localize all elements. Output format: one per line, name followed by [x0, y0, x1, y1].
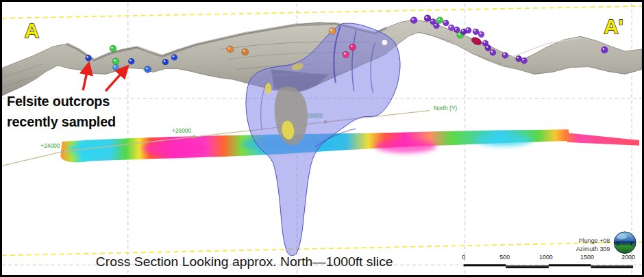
- collar-point-highlight: [114, 66, 116, 68]
- collar-point[interactable]: [242, 49, 249, 55]
- collar-point-highlight: [474, 30, 476, 32]
- collar-point[interactable]: [128, 58, 134, 64]
- collar-point-highlight: [330, 29, 332, 31]
- azimuth-label: Azimuth 309: [576, 246, 610, 252]
- collar-point[interactable]: [382, 40, 388, 46]
- scalebar-label: 1000: [539, 254, 553, 261]
- collar-point[interactable]: [502, 52, 508, 58]
- collar-point-highlight: [129, 60, 132, 62]
- collar-point[interactable]: [521, 57, 528, 64]
- collar-point-highlight: [504, 53, 506, 55]
- annotation-line2: recently sampled: [7, 114, 116, 129]
- collar-point-highlight: [228, 47, 230, 49]
- globe-south-letter: S: [615, 240, 619, 247]
- collar-point-highlight: [522, 59, 524, 61]
- collar-point[interactable]: [171, 54, 177, 60]
- collar-point-highlight: [480, 33, 482, 35]
- collar-point-highlight: [243, 50, 245, 52]
- collar-point-highlight: [491, 51, 493, 53]
- view-orientation: Plunge +08 Azimuth 309 S E: [576, 232, 636, 254]
- collar-point[interactable]: [516, 55, 522, 62]
- collar-point-highlight: [383, 40, 385, 42]
- scalebar-labels: 0500100015002000: [462, 254, 635, 261]
- collar-point-highlight: [486, 46, 488, 48]
- collar-point-highlight: [462, 30, 464, 32]
- yellow-lithology-blob: [265, 83, 272, 94]
- grade-shell-slice: [60, 129, 639, 162]
- slice-coldspot: [68, 142, 117, 156]
- scalebar-label: 1500: [580, 254, 594, 261]
- collar-point-highlight: [484, 41, 486, 43]
- collar-point[interactable]: [112, 58, 119, 65]
- collar-point-highlight: [425, 16, 428, 18]
- caption: Cross Section Looking approx. North—1000…: [96, 254, 393, 269]
- collar-point[interactable]: [329, 27, 336, 34]
- collar-point-highlight: [458, 34, 460, 36]
- axis-tick-label: +26000: [172, 127, 192, 134]
- collar-point-highlight: [412, 18, 414, 21]
- scalebar-segment: [591, 266, 633, 268]
- scale-bar: 0500100015002000: [462, 254, 635, 268]
- globe-east-letter: E: [630, 240, 634, 247]
- collar-point[interactable]: [110, 45, 116, 52]
- collar-point[interactable]: [465, 27, 471, 34]
- collar-point[interactable]: [473, 29, 479, 35]
- collar-point-highlight: [351, 45, 353, 47]
- slice-thin-tail: [567, 133, 639, 146]
- collar-point-highlight: [467, 29, 469, 31]
- collar-point[interactable]: [433, 23, 439, 29]
- scalebar-label: 0: [462, 254, 465, 261]
- collar-point[interactable]: [162, 59, 169, 65]
- scene-canvas: +24000+26000+28000 North (Y) Felsite out…: [2, 2, 642, 275]
- scalebar-segment: [549, 264, 591, 266]
- cross-section-viewport: +24000+26000+28000 North (Y) Felsite out…: [0, 0, 644, 277]
- axis-north-label: North (Y): [434, 105, 457, 111]
- collar-point-highlight: [438, 18, 440, 21]
- collar-point[interactable]: [410, 17, 417, 24]
- collar-point-highlight: [87, 56, 89, 58]
- grid-yellow-top: [2, 6, 642, 18]
- collar-point-highlight: [434, 24, 436, 26]
- scalebar-segment: [506, 266, 549, 268]
- section-label-a-prime: A': [604, 15, 623, 38]
- collar-point-highlight: [344, 53, 346, 55]
- slice-hotspot: [375, 140, 436, 153]
- slice-coldspot: [475, 134, 532, 146]
- collar-point-highlight: [603, 48, 605, 50]
- section-label-a: A: [25, 19, 40, 42]
- collar-point[interactable]: [349, 44, 356, 51]
- collar-point-highlight: [444, 21, 446, 23]
- orientation-globe-icon[interactable]: S E: [614, 232, 636, 254]
- collar-point-highlight: [164, 60, 166, 62]
- collar-point-highlight: [146, 68, 148, 70]
- collar-point[interactable]: [227, 46, 234, 53]
- collar-point-highlight: [431, 20, 433, 22]
- collar-point[interactable]: [490, 49, 496, 55]
- collar-point[interactable]: [112, 64, 119, 70]
- collar-point-highlight: [455, 28, 457, 30]
- slice-hotspot: [143, 140, 208, 157]
- collar-point[interactable]: [145, 66, 151, 73]
- collar-point-highlight: [111, 47, 113, 49]
- collar-point[interactable]: [343, 51, 349, 58]
- collar-point-highlight: [517, 57, 519, 59]
- scalebar-segment: [464, 264, 506, 266]
- plunge-label: Plunge +08: [579, 237, 610, 244]
- collar-point[interactable]: [443, 20, 449, 26]
- collar-point[interactable]: [448, 25, 454, 31]
- collar-point-highlight: [173, 55, 175, 57]
- collar-point-highlight: [114, 60, 116, 62]
- scalebar-label: 2000: [621, 254, 635, 261]
- axis-tick-label: +24000: [40, 142, 60, 149]
- annotation-line1: Felsite outcrops: [7, 94, 110, 109]
- collar-point-highlight: [449, 26, 451, 28]
- axis-tick: [61, 150, 64, 153]
- collar-point[interactable]: [86, 55, 92, 61]
- collar-point[interactable]: [485, 45, 491, 51]
- collar-point[interactable]: [601, 47, 608, 53]
- scalebar-label: 500: [499, 254, 510, 261]
- collar-point[interactable]: [478, 31, 484, 38]
- axis-tick: [193, 135, 195, 138]
